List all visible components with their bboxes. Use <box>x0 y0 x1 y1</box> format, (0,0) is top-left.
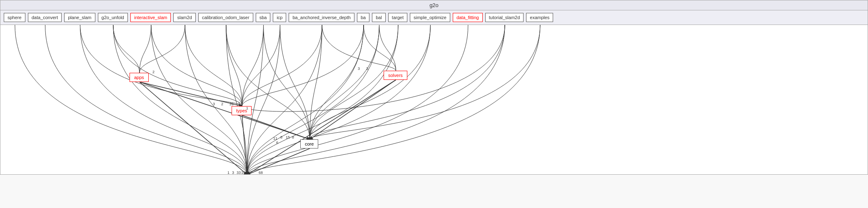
inner-node-types[interactable]: types <box>232 106 252 115</box>
inner-node-apps[interactable]: apps <box>130 73 149 82</box>
edge-label-4: 2 <box>238 102 240 106</box>
inner-node-core[interactable]: core <box>300 139 318 149</box>
edge-label-2: 2 <box>221 102 223 106</box>
top-node-g2o_unfold[interactable]: g2o_unfold <box>98 13 128 22</box>
edge-label-0: 2 <box>152 70 155 74</box>
top-node-ba_anchored_inverse_depth[interactable]: ba_anchored_inverse_depth <box>289 13 354 22</box>
top-nodes-row: spheredata_convertplane_slamg2o_unfoldin… <box>0 10 868 25</box>
edge-label-14: 3 <box>232 171 234 175</box>
top-node-target[interactable]: target <box>388 13 407 22</box>
top-node-bal[interactable]: bal <box>372 13 386 22</box>
edge-label-3: 26 <box>229 102 234 106</box>
edge-label-6: 3 <box>358 67 360 71</box>
top-node-simple_optimize[interactable]: simple_optimize <box>410 13 450 22</box>
title-bar: g2o <box>0 0 868 10</box>
top-node-examples[interactable]: examples <box>526 13 553 22</box>
edge-label-9: 11 <box>273 136 277 141</box>
edge-label-5: 1 <box>246 106 248 110</box>
top-node-icp[interactable]: icp <box>273 13 286 22</box>
top-node-data_convert[interactable]: data_convert <box>28 13 62 22</box>
edge-label-12: 6 <box>276 141 278 145</box>
top-node-interactive_slam[interactable]: interactive_slam <box>130 13 171 22</box>
edge-label-16: 19 <box>241 171 245 175</box>
edge-label-8: 8 <box>280 135 282 139</box>
top-node-data_fitting[interactable]: data_fitting <box>453 13 483 22</box>
edge-label-1: 3 <box>213 102 215 106</box>
top-node-tutorial_slam2d[interactable]: tutorial_slam2d <box>485 13 524 22</box>
diagram-title: g2o <box>429 2 439 8</box>
edge-label-7: 3 <box>366 67 368 71</box>
top-node-sba[interactable]: sba <box>256 13 271 22</box>
diagram-area: appstypessolverscorestuff232262133811158… <box>0 25 868 175</box>
edge-label-10: 15 <box>286 135 290 139</box>
edge-label-15: 33 <box>237 171 241 175</box>
top-node-calibration_odom_laser[interactable]: calibration_odom_laser <box>198 13 253 22</box>
edge-label-17: 68 <box>259 171 263 175</box>
edge-label-11: 8 <box>292 135 294 139</box>
top-node-plane_slam[interactable]: plane_slam <box>64 13 95 22</box>
top-node-sphere[interactable]: sphere <box>4 13 25 22</box>
edge-label-13: 1 <box>227 171 229 175</box>
top-node-ba[interactable]: ba <box>357 13 369 22</box>
top-node-slam2d[interactable]: slam2d <box>173 13 195 22</box>
inner-node-solvers[interactable]: solvers <box>384 71 407 80</box>
